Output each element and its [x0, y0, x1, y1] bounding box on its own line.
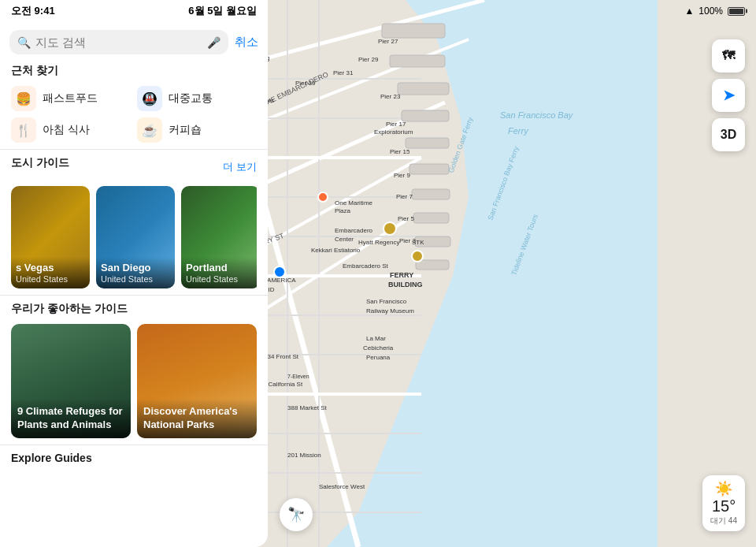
nearby-grid: 🍔 패스트푸드 🚇 대중교통 🍴 아침 식사 ☕ 커피숍 [11, 86, 257, 143]
location-icon: ➤ [723, 87, 735, 104]
svg-text:Kekkari Estiatorio: Kekkari Estiatorio [311, 247, 361, 254]
location-button[interactable]: ➤ [712, 79, 745, 112]
svg-text:STK: STK [412, 239, 424, 246]
3d-label: 3D [721, 128, 736, 142]
svg-text:Salesforce West: Salesforce West [319, 483, 365, 490]
svg-point-52 [318, 192, 328, 202]
svg-text:Plaza: Plaza [335, 207, 351, 214]
temperature-display: 15° [712, 497, 736, 515]
city-guides-title: 도시 가이드 [11, 156, 69, 170]
breakfast-label: 아침 식사 [43, 123, 90, 137]
nearby-item-breakfast[interactable]: 🍴 아침 식사 [11, 117, 131, 143]
featured-card-climate[interactable]: 9 Climate Refuges for Plants and Animals [11, 324, 131, 438]
nearby-section-title: 근처 찾기 [11, 64, 257, 78]
svg-text:Pier 5: Pier 5 [398, 215, 414, 222]
weather-subtitle: 대기 44 [710, 515, 737, 527]
svg-rect-36 [416, 260, 449, 270]
svg-rect-30 [402, 110, 449, 121]
svg-text:388 Market St: 388 Market St [287, 404, 328, 411]
search-input[interactable] [35, 35, 202, 49]
more-link[interactable]: 더 보기 [223, 160, 257, 174]
nearby-item-fastfood[interactable]: 🍔 패스트푸드 [11, 86, 131, 111]
svg-text:Center: Center [335, 236, 354, 243]
search-bar: 🔍 🎤 취소 [0, 22, 268, 61]
map-controls: 🗺 ➤ 3D [712, 39, 745, 151]
featured-section-title: 우리가 좋아하는 가이드 [11, 302, 257, 316]
svg-rect-28 [390, 55, 445, 67]
svg-rect-31 [406, 138, 449, 148]
svg-point-48 [274, 266, 285, 277]
vegas-name: s Vegas [16, 262, 85, 274]
explore-guides-label: Explore Guides [0, 445, 268, 471]
fastfood-icon: 🍔 [11, 86, 36, 111]
explore-text: Explore Guides [11, 452, 92, 464]
nearby-item-cafe[interactable]: ☕ 커피숍 [137, 117, 257, 143]
search-input-wrapper[interactable]: 🔍 🎤 [9, 30, 228, 54]
svg-point-50 [384, 222, 396, 235]
map-view-button[interactable]: 🗺 [712, 39, 745, 73]
cancel-button[interactable]: 취소 [235, 35, 258, 50]
cafe-icon: ☕ [137, 117, 162, 143]
map-icon: 🗺 [722, 49, 735, 63]
svg-text:Ferry: Ferry [508, 126, 529, 136]
binoculars-icon: 🔭 [287, 506, 305, 523]
svg-text:Hyatt Regency: Hyatt Regency [358, 239, 399, 246]
svg-text:One Maritime: One Maritime [335, 199, 373, 207]
svg-text:Pier 7: Pier 7 [396, 193, 413, 200]
portland-country: United States [186, 274, 255, 284]
svg-rect-33 [412, 189, 450, 199]
weather-widget[interactable]: ☀️ 15° 대기 44 [702, 475, 745, 531]
svg-text:7-Eleven: 7-Eleven [287, 374, 309, 379]
svg-text:Cebicheria: Cebicheria [363, 344, 394, 352]
svg-rect-32 [410, 164, 449, 174]
breakfast-icon: 🍴 [11, 117, 36, 143]
featured-guides-section: 우리가 좋아하는 가이드 9 Climate Refuges for Plant… [0, 295, 268, 445]
svg-text:Railway Museum: Railway Museum [366, 307, 414, 314]
svg-text:BUILDING: BUILDING [388, 281, 423, 288]
svg-text:Exploratorium: Exploratorium [374, 128, 413, 136]
climate-title: 9 Climate Refuges for Plants and Animals [17, 405, 124, 432]
national-overlay: Discover America's National Parks [137, 399, 257, 438]
date-display: 6월 5일 월요일 [188, 4, 257, 18]
nearby-item-transit[interactable]: 🚇 대중교통 [137, 86, 257, 111]
featured-card-national[interactable]: Discover America's National Parks [137, 324, 257, 438]
3d-button[interactable]: 3D [712, 118, 745, 151]
cafe-label: 커피숍 [169, 123, 202, 137]
wifi-icon: ▲ [684, 6, 694, 17]
svg-text:Pier 15: Pier 15 [390, 148, 410, 155]
binoculars-button[interactable]: 🔭 [280, 498, 313, 531]
portland-overlay: Portland United States [181, 257, 257, 288]
sandiego-name: San Diego [101, 262, 170, 274]
city-card-portland[interactable]: Portland United States [181, 186, 257, 288]
svg-text:Pier 27: Pier 27 [378, 38, 398, 45]
svg-text:Pier 9: Pier 9 [394, 172, 410, 179]
svg-point-51 [412, 251, 423, 262]
city-guides-section: 도시 가이드 더 보기 s Vegas United States San Di… [0, 149, 268, 295]
city-card-sandiego[interactable]: San Diego United States [96, 186, 175, 288]
portland-name: Portland [186, 262, 255, 274]
svg-text:San Francisco Bay: San Francisco Bay [500, 110, 574, 120]
svg-rect-34 [413, 213, 449, 223]
svg-text:La Mar: La Mar [366, 335, 386, 342]
weather-sun-icon: ☀️ [715, 480, 732, 497]
sidebar-panel: 🔍 🎤 취소 근처 찾기 🍔 패스트푸드 🚇 대중교통 🍴 아침 식사 [0, 22, 268, 547]
status-bar: 오전 9:41 6월 5일 월요일 [0, 0, 268, 22]
battery-percentage: 100% [699, 6, 723, 17]
svg-rect-29 [398, 83, 449, 95]
transit-icon: 🚇 [137, 86, 162, 111]
svg-text:201 Mission: 201 Mission [287, 452, 321, 459]
microphone-icon[interactable]: 🎤 [207, 36, 220, 49]
time-display: 오전 9:41 [11, 4, 55, 18]
city-card-vegas[interactable]: s Vegas United States [11, 186, 90, 288]
national-title: Discover America's National Parks [143, 405, 250, 432]
svg-text:Peruana: Peruana [366, 354, 391, 361]
svg-text:Pier 17: Pier 17 [386, 121, 406, 128]
sandiego-overlay: San Diego United States [96, 257, 175, 288]
svg-text:Pier 29: Pier 29 [358, 56, 379, 63]
svg-rect-27 [382, 24, 445, 38]
svg-text:Pier 39: Pier 39 [295, 80, 316, 87]
vegas-country: United States [16, 274, 85, 284]
fastfood-label: 패스트푸드 [43, 91, 98, 106]
status-bar-right: ▲ 100% [268, 0, 756, 22]
featured-cards-container: 9 Climate Refuges for Plants and Animals… [11, 324, 257, 438]
